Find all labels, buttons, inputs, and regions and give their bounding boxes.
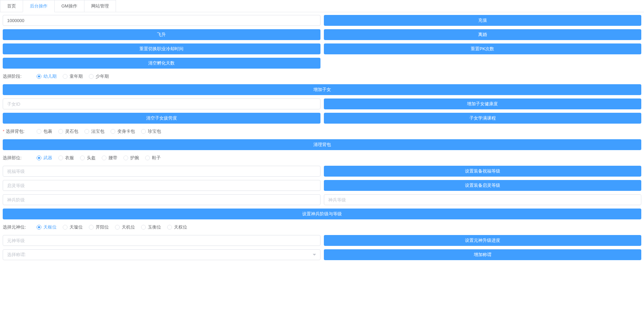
radio-icon	[37, 225, 41, 230]
radio-icon	[141, 129, 146, 134]
radio-bag-pack[interactable]: 包裹	[37, 128, 52, 134]
yuanshen-level-input[interactable]	[3, 235, 320, 246]
bag-radio-group: 包裹 灵石包 法宝包 变身卡包 珍宝包	[37, 128, 161, 134]
radio-icon	[63, 74, 67, 79]
radio-icon	[115, 225, 120, 230]
shenbing-level-input[interactable]	[324, 194, 642, 205]
yuanshen-radio-group: 天枢位 天璇位 开阳位 天机位 玉衡位 天权位	[37, 224, 187, 230]
set-yuanshen-button[interactable]: 设置元神升级进度	[324, 235, 642, 246]
tab-home[interactable]: 首页	[0, 0, 23, 12]
reset-job-cd-button[interactable]: 重置切换职业冷却时间	[3, 43, 320, 54]
shenbing-stage-input[interactable]	[3, 194, 320, 205]
radio-icon	[89, 74, 94, 79]
radio-part-shoes[interactable]: 鞋子	[145, 155, 161, 161]
add-title-button[interactable]: 增加称谓	[324, 249, 642, 260]
radio-icon	[84, 129, 89, 134]
radio-bag-rare[interactable]: 珍宝包	[141, 128, 161, 134]
title-select-placeholder: 选择称谓:	[7, 252, 26, 258]
radio-part-clothes[interactable]: 衣服	[58, 155, 74, 161]
set-qiling-button[interactable]: 设置装备启灵等级	[324, 180, 642, 191]
radio-part-helmet[interactable]: 头盔	[80, 155, 96, 161]
radio-icon	[63, 225, 67, 230]
blessing-input[interactable]	[3, 166, 320, 177]
radio-icon	[102, 156, 106, 160]
clear-child-fatigue-button[interactable]: 清空子女疲劳度	[3, 113, 320, 124]
radio-yuanshen-tianquan[interactable]: 天权位	[167, 224, 187, 230]
set-shenbing-button[interactable]: 设置神兵阶级与等级	[3, 209, 641, 219]
radio-icon	[111, 129, 115, 134]
radio-yuanshen-tianshu[interactable]: 天枢位	[37, 224, 57, 230]
bag-label: 选择背包:	[3, 128, 37, 134]
radio-yuanshen-yuheng[interactable]: 玉衡位	[141, 224, 161, 230]
radio-stage-teen[interactable]: 少年期	[89, 73, 109, 79]
stage-label: 选择阶段:	[3, 73, 37, 79]
ascend-button[interactable]: 飞升	[3, 29, 320, 40]
radio-yuanshen-tianji[interactable]: 天机位	[115, 224, 135, 230]
radio-icon	[80, 156, 85, 160]
radio-part-belt[interactable]: 腰带	[102, 155, 117, 161]
tabs-nav: 首页 后台操作 GM操作 网站管理	[0, 0, 644, 12]
radio-icon	[37, 156, 41, 160]
radio-part-bracer[interactable]: 护腕	[123, 155, 139, 161]
recharge-button[interactable]: 充值	[324, 15, 642, 26]
radio-icon	[141, 225, 146, 230]
radio-yuanshen-kaiyang[interactable]: 开阳位	[89, 224, 109, 230]
radio-bag-stone[interactable]: 灵石包	[58, 128, 78, 134]
add-child-button[interactable]: 增加子女	[3, 84, 641, 95]
set-blessing-button[interactable]: 设置装备祝福等级	[324, 166, 642, 177]
clear-hatch-button[interactable]: 清空孵化天数	[3, 58, 320, 69]
yuanshen-label: 选择元神位:	[3, 224, 37, 230]
radio-icon	[145, 156, 150, 160]
amount-input[interactable]	[3, 15, 320, 26]
radio-icon	[89, 225, 94, 230]
add-child-health-button[interactable]: 增加子女健康度	[324, 98, 642, 109]
part-label: 选择部位:	[3, 155, 37, 161]
stage-radio-group: 幼儿期 童年期 少年期	[37, 73, 109, 79]
radio-yuanshen-tianxuan[interactable]: 天璇位	[63, 224, 83, 230]
tab-backend[interactable]: 后台操作	[23, 0, 55, 12]
radio-bag-treasure[interactable]: 法宝包	[84, 128, 104, 134]
radio-icon	[58, 156, 63, 160]
child-id-input[interactable]	[3, 98, 320, 109]
radio-stage-child[interactable]: 童年期	[63, 73, 83, 79]
radio-part-weapon[interactable]: 武器	[37, 155, 52, 161]
radio-icon	[123, 156, 128, 160]
radio-icon	[37, 129, 41, 134]
clear-bag-button[interactable]: 清理背包	[3, 139, 641, 150]
title-select[interactable]: 选择称谓:	[3, 249, 320, 260]
divorce-button[interactable]: 离婚	[324, 29, 642, 40]
part-radio-group: 武器 衣服 头盔 腰带 护腕 鞋子	[37, 155, 161, 161]
radio-icon	[58, 129, 63, 134]
tab-gm[interactable]: GM操作	[54, 0, 84, 12]
radio-icon	[167, 225, 172, 230]
qiling-input[interactable]	[3, 180, 320, 191]
radio-bag-transform[interactable]: 变身卡包	[111, 128, 135, 134]
radio-stage-infant[interactable]: 幼儿期	[37, 73, 57, 79]
tab-site[interactable]: 网站管理	[84, 0, 116, 12]
reset-pk-button[interactable]: 重置PK次数	[324, 43, 642, 54]
child-full-course-button[interactable]: 子女学满课程	[324, 113, 642, 124]
radio-icon	[37, 74, 41, 79]
